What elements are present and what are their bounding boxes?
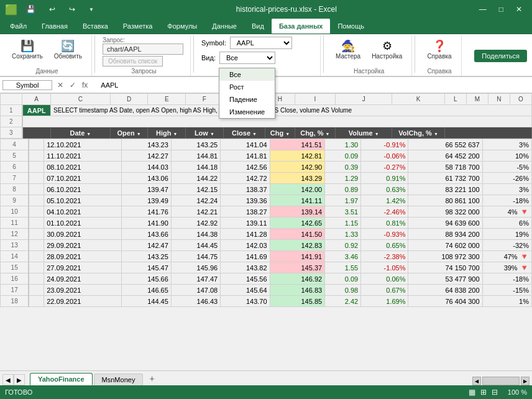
data-cell[interactable]: 01.10.2021 — [44, 218, 122, 229]
data-cell[interactable]: 61 732 700 — [408, 173, 482, 184]
refresh-btn[interactable]: 🔄 Обновить — [50, 37, 86, 62]
redo-btn[interactable]: ↪ — [64, 4, 80, 15]
data-cell[interactable]: 141.91 — [270, 251, 325, 262]
data-cell[interactable]: 143.25 — [171, 139, 220, 150]
data-cell[interactable]: 144.45 — [171, 240, 220, 251]
save-btn[interactable]: 💾 — [21, 4, 40, 15]
data-cell[interactable]: 98 322 000 — [408, 206, 482, 218]
data-cell[interactable]: 0.63% — [361, 184, 408, 195]
view-page-icon[interactable]: ⊟ — [492, 388, 498, 397]
col-header-o[interactable]: O — [510, 94, 531, 105]
data-cell[interactable]: 58 718 700 — [408, 162, 482, 173]
col-header-m[interactable]: M — [466, 94, 488, 105]
data-cell[interactable]: 66 552 637 — [408, 139, 482, 150]
data-cell[interactable]: 07.10.2021 — [44, 173, 122, 184]
data-cell[interactable]: 143.23 — [122, 139, 171, 150]
data-cell[interactable]: 144.81 — [171, 150, 220, 162]
data-cell[interactable]: 88 934 200 — [408, 229, 482, 240]
data-cell[interactable]: 139.11 — [221, 218, 270, 229]
scroll-left-btn[interactable]: ◀ — [472, 377, 481, 385]
data-cell[interactable]: 143.66 — [122, 229, 171, 240]
data-cell[interactable]: 142.24 — [171, 195, 220, 206]
data-cell[interactable]: 04.10.2021 — [44, 206, 122, 218]
data-cell[interactable]: 108 972 300 — [408, 251, 482, 262]
data-cell[interactable]: 141.81 — [221, 150, 270, 162]
data-cell[interactable]: 29.09.2021 — [44, 240, 122, 251]
data-cell[interactable]: 145.56 — [221, 273, 270, 285]
data-cell[interactable]: 10% — [482, 150, 531, 162]
cancel-formula-btn[interactable]: ✕ — [55, 80, 66, 90]
col-header-k[interactable]: K — [392, 94, 445, 105]
data-cell[interactable]: 64 838 200 — [408, 285, 482, 296]
data-cell[interactable]: 0.67% — [361, 285, 408, 296]
data-cell[interactable]: 06.10.2021 — [44, 184, 122, 195]
data-cell[interactable]: 143.06 — [122, 173, 171, 184]
data-cell[interactable]: 141.76 — [122, 206, 171, 218]
data-cell[interactable]: 0.81% — [361, 218, 408, 229]
data-cell[interactable]: 142.27 — [122, 150, 171, 162]
symbol-select[interactable]: AAPL — [230, 37, 292, 49]
data-cell[interactable]: 0.65% — [361, 240, 408, 251]
ribbon-tab-база данных[interactable]: База данных — [272, 19, 331, 34]
data-cell[interactable]: 145.37 — [270, 262, 325, 273]
share-button[interactable]: Поделиться — [474, 50, 527, 62]
data-cell[interactable]: 141.11 — [270, 195, 325, 206]
dropdown-item-change[interactable]: Изменение — [219, 106, 275, 118]
data-cell[interactable]: -0.06% — [361, 150, 408, 162]
data-cell[interactable]: 142.15 — [171, 184, 220, 195]
data-cell[interactable]: 47% 🔻 — [482, 251, 531, 262]
data-cell[interactable]: -1.05% — [361, 262, 408, 273]
data-cell[interactable]: 6% — [482, 218, 531, 229]
data-cell[interactable]: 142.65 — [270, 218, 325, 229]
col-header-l[interactable]: L — [444, 94, 466, 105]
data-cell[interactable]: 143.29 — [270, 173, 325, 184]
view-layout-icon[interactable]: ⊞ — [480, 388, 487, 397]
col-header-d[interactable]: D — [110, 94, 148, 105]
col-header-n[interactable]: N — [488, 94, 510, 105]
data-cell[interactable]: 94 639 600 — [408, 218, 482, 229]
data-cell[interactable]: 22.09.2021 — [44, 296, 122, 307]
data-cell[interactable]: 145.96 — [171, 262, 220, 273]
data-cell[interactable]: 0.92 — [325, 240, 361, 251]
col-header-c[interactable]: C — [51, 94, 111, 105]
data-cell[interactable]: 1.55 — [325, 262, 361, 273]
data-cell[interactable]: 142.03 — [221, 240, 270, 251]
data-cell[interactable]: 141.28 — [221, 229, 270, 240]
ribbon-tab-вставка[interactable]: Вставка — [75, 19, 116, 34]
formula-input[interactable] — [98, 81, 530, 89]
data-cell[interactable]: 76 404 300 — [408, 296, 482, 307]
data-cell[interactable]: 138.27 — [221, 206, 270, 218]
cell-a1[interactable]: AAPL — [22, 105, 51, 116]
data-cell[interactable]: 1.29 — [325, 173, 361, 184]
header-close[interactable]: Close ▼ — [223, 127, 265, 139]
col-header-e[interactable]: E — [148, 94, 186, 105]
sheet-tab-yahoofinance[interactable]: YahooFinance — [30, 373, 93, 385]
data-cell[interactable]: 28.09.2021 — [44, 251, 122, 262]
data-cell[interactable]: -18% — [482, 195, 531, 206]
data-cell[interactable]: -0.91% — [361, 139, 408, 150]
quick-access-btn[interactable]: ▼ — [84, 6, 99, 14]
query-input[interactable] — [103, 44, 183, 55]
add-sheet-btn[interactable]: + — [144, 372, 159, 385]
data-cell[interactable]: 144.03 — [122, 162, 171, 173]
data-cell[interactable]: 142.00 — [270, 184, 325, 195]
data-cell[interactable]: 1.33 — [325, 229, 361, 240]
ribbon-tab-помощь[interactable]: Помощь — [330, 19, 372, 34]
data-cell[interactable]: 0.09 — [325, 150, 361, 162]
dropdown-item-fall[interactable]: Падение — [219, 93, 275, 106]
data-cell[interactable]: 64 452 200 — [408, 150, 482, 162]
data-cell[interactable]: 142.72 — [221, 173, 270, 184]
wizard-btn[interactable]: 🧙 Мастера — [331, 37, 365, 62]
maximize-btn[interactable]: □ — [494, 4, 508, 15]
data-cell[interactable]: 142.81 — [270, 150, 325, 162]
help-btn[interactable]: ❓ Справка — [423, 37, 456, 62]
data-cell[interactable]: 3.51 — [325, 206, 361, 218]
sheet-nav-left[interactable]: ◀ — [2, 374, 14, 385]
data-cell[interactable]: 1% — [482, 296, 531, 307]
ribbon-tab-файл[interactable]: Файл — [2, 19, 34, 34]
data-cell[interactable]: 139.36 — [221, 195, 270, 206]
data-cell[interactable]: 08.10.2021 — [44, 162, 122, 173]
view-normal-icon[interactable]: ▦ — [469, 388, 475, 397]
data-cell[interactable]: 23.09.2021 — [44, 285, 122, 296]
name-box[interactable] — [2, 80, 52, 90]
